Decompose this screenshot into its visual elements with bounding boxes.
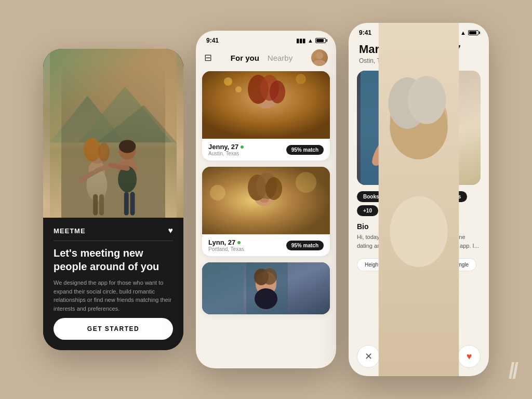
- get-started-button[interactable]: GET STARTED: [54, 318, 173, 340]
- svg-rect-63: [450, 71, 459, 185]
- nav-row: ⊟ For you Nearby: [196, 47, 336, 71]
- profile-card-jenny[interactable]: Jenny, 27 Austin, Texas 95% match: [202, 71, 330, 161]
- svg-rect-4: [50, 143, 177, 218]
- svg-rect-5: [50, 143, 177, 148]
- time-2: 9:41: [206, 37, 219, 44]
- jenny-location: Austin, Texas: [208, 151, 244, 156]
- svg-point-7: [87, 145, 106, 164]
- jenny-match: 95% match: [286, 145, 324, 155]
- svg-point-6: [88, 161, 105, 181]
- divider: [54, 241, 173, 241]
- svg-rect-19: [99, 194, 104, 216]
- svg-point-14: [119, 143, 136, 160]
- battery-icon-2: [315, 38, 326, 43]
- svg-marker-2: [78, 86, 172, 142]
- heart-icon: ♥: [168, 226, 174, 235]
- svg-line-11: [97, 164, 113, 171]
- svg-point-32: [270, 81, 285, 103]
- lynn-name: Lynn, 27: [208, 238, 244, 246]
- phone-browse: 9:41 ▮▮▮ ▲ ⊟ For you Nearby: [196, 31, 336, 368]
- svg-point-27: [296, 74, 306, 84]
- svg-rect-20: [124, 192, 129, 215]
- svg-point-40: [265, 177, 282, 200]
- splash-subtext: We designed the app for those who want t…: [54, 278, 173, 313]
- splash-headline: Let's meeting new people around of you: [54, 246, 173, 273]
- lynn-image: [202, 167, 330, 234]
- svg-line-12: [81, 171, 97, 180]
- wifi-icon: ▲: [308, 37, 313, 44]
- svg-point-34: [210, 185, 225, 201]
- svg-point-23: [313, 60, 326, 66]
- online-dot-lynn: [237, 241, 241, 244]
- svg-point-35: [296, 172, 316, 193]
- phone-splash: MEETME ♥ Let's meeting new people around…: [43, 49, 183, 350]
- svg-point-26: [235, 86, 242, 92]
- lynn-match: 95% match: [286, 241, 324, 250]
- hero-image: [43, 49, 183, 218]
- side-profile-image: [450, 71, 481, 185]
- user-avatar[interactable]: [311, 49, 328, 66]
- svg-rect-43: [202, 262, 244, 314]
- svg-point-13: [118, 157, 137, 180]
- profile-card-mary-browse[interactable]: [202, 262, 330, 314]
- svg-point-8: [84, 138, 101, 162]
- tab-for-you[interactable]: For you: [231, 54, 259, 62]
- profile-images: [349, 71, 489, 185]
- svg-point-16: [118, 166, 137, 193]
- lynn-info: Lynn, 27 Portland, Texas 95% match: [202, 234, 330, 256]
- svg-rect-18: [93, 194, 98, 216]
- svg-rect-21: [130, 192, 135, 215]
- svg-point-10: [87, 168, 108, 201]
- svg-point-25: [224, 77, 232, 86]
- brand-name: MEETME: [54, 227, 86, 235]
- splash-bottom-card: MEETME ♥ Let's meeting new people around…: [43, 218, 183, 350]
- slash-decoration: //: [509, 358, 516, 383]
- profiles-scroll: Jenny, 27 Austin, Texas 95% match: [196, 71, 336, 368]
- svg-rect-0: [50, 49, 177, 218]
- lynn-location: Portland, Texas: [208, 246, 244, 252]
- svg-line-17: [111, 165, 127, 168]
- jenny-image: [202, 71, 330, 139]
- jenny-name: Jenny, 27: [208, 143, 244, 151]
- svg-point-15: [119, 140, 136, 153]
- phone-profile: 9:41 ▮▮▮ ▲ Mary Shepherd, 27 Ostin, Texa…: [349, 23, 489, 376]
- jenny-info: Jenny, 27 Austin, Texas 95% match: [202, 139, 330, 161]
- svg-point-22: [316, 52, 323, 59]
- tab-nearby[interactable]: Nearby: [268, 54, 292, 62]
- signal-icons-2: ▮▮▮ ▲: [296, 37, 326, 44]
- svg-point-49: [255, 288, 277, 309]
- svg-point-48: [262, 268, 277, 285]
- status-bar-2: 9:41 ▮▮▮ ▲: [196, 31, 336, 47]
- svg-point-41: [260, 198, 269, 203]
- svg-point-9: [98, 143, 110, 162]
- svg-marker-1: [50, 96, 125, 142]
- svg-marker-3: [97, 105, 176, 142]
- online-dot-jenny: [241, 145, 244, 149]
- mary-browse-image: [202, 262, 330, 314]
- filter-icon[interactable]: ⊟: [204, 52, 212, 63]
- signal-icon: ▮▮▮: [296, 37, 305, 44]
- profile-card-lynn[interactable]: Lynn, 27 Portland, Texas 95% match: [202, 167, 330, 256]
